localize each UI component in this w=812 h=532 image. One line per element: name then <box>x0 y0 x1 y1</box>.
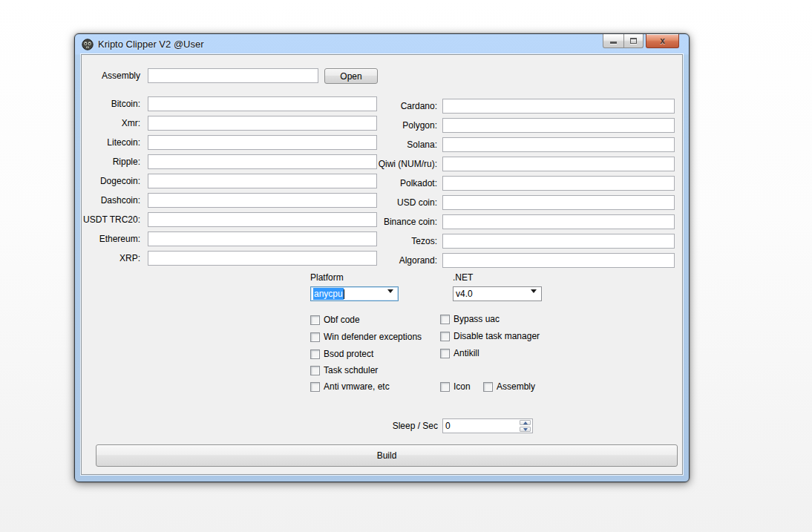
platform-selected-value: anycpu <box>313 288 344 300</box>
checkbox-assembly[interactable] <box>483 382 493 392</box>
spinner-down-button[interactable] <box>520 427 531 432</box>
sleep-label: Sleep / Sec <box>364 418 438 433</box>
dogecoin-label: Dogecoin: <box>82 174 140 188</box>
usd-coin-input[interactable] <box>442 195 675 210</box>
solana-label: Solana: <box>297 137 437 152</box>
algorand-label: Algorand: <box>297 253 437 268</box>
window-controls: x <box>603 34 679 48</box>
spinner-up-button[interactable] <box>520 420 531 425</box>
usd-coin-label: USD coin: <box>297 195 437 210</box>
text-caret <box>344 289 344 299</box>
ethereum-label: Ethereum: <box>82 231 140 246</box>
option-obf-code[interactable]: Obf code <box>310 315 360 325</box>
checkbox-anti-vmware[interactable] <box>310 382 320 392</box>
usdt-trc20-label: USDT TRC20: <box>82 212 140 227</box>
arrow-up-icon <box>523 421 528 424</box>
maximize-button[interactable] <box>623 34 644 48</box>
minimize-icon <box>610 42 617 44</box>
checkbox-win-defender-exceptions[interactable] <box>310 332 320 342</box>
maximize-icon <box>630 38 637 44</box>
solana-input[interactable] <box>442 137 675 152</box>
dropdown-arrow-icon <box>387 289 393 303</box>
dashcoin-label: Dashcoin: <box>82 193 140 208</box>
binance-coin-input[interactable] <box>442 214 675 229</box>
ripple-label: Ripple: <box>82 154 140 169</box>
build-button[interactable]: Build <box>96 444 678 467</box>
option-assembly[interactable]: Assembly <box>483 381 535 392</box>
option-task-schduler[interactable]: Task schduler <box>310 365 378 375</box>
algorand-input[interactable] <box>442 253 675 268</box>
checkbox-antikill[interactable] <box>440 349 450 358</box>
option-win-defender-exceptions[interactable]: Win defender exceptions <box>310 332 422 342</box>
option-bypass-uac[interactable]: Bypass uac <box>440 314 500 324</box>
checkbox-obf-code[interactable] <box>310 315 320 325</box>
dotnet-label: .NET <box>453 272 473 283</box>
platform-dropdown[interactable]: anycpu <box>310 286 399 301</box>
open-button[interactable]: Open <box>324 68 378 84</box>
xmr-label: Xmr: <box>82 116 140 131</box>
xrp-label: XRP: <box>82 251 140 266</box>
option-antikill[interactable]: Antikill <box>440 348 479 358</box>
titlebar[interactable]: Kripto Clipper V2 @User <box>75 34 689 54</box>
client-area: Assembly Open Bitcoin: Xmr: Litecoin: Ri… <box>81 54 683 475</box>
dotnet-dropdown[interactable]: v4.0 <box>453 286 542 301</box>
polygon-input[interactable] <box>442 118 675 133</box>
cardano-input[interactable] <box>442 99 675 114</box>
window-title: Kripto Clipper V2 @User <box>98 39 204 50</box>
checkbox-bsod-protect[interactable] <box>310 349 320 359</box>
checkbox-icon[interactable] <box>440 382 450 392</box>
tezos-input[interactable] <box>442 234 675 249</box>
checkbox-disable-task-manager[interactable] <box>440 332 450 341</box>
checkbox-bypass-uac[interactable] <box>440 315 450 324</box>
bitcoin-label: Bitcoin: <box>82 96 140 111</box>
option-disable-task-manager[interactable]: Disable task manager <box>440 331 540 341</box>
litecoin-label: Litecoin: <box>82 135 140 150</box>
close-button[interactable]: x <box>646 34 679 48</box>
polkadot-label: Polkadot: <box>297 176 437 191</box>
option-icon[interactable]: Icon <box>440 381 471 392</box>
assembly-input[interactable] <box>148 68 318 83</box>
platform-label: Platform <box>310 272 344 283</box>
option-bsod-protect[interactable]: Bsod protect <box>310 349 373 359</box>
app-window: Kripto Clipper V2 @User x Assembly Open … <box>74 33 690 482</box>
polygon-label: Polygon: <box>297 118 437 133</box>
skull-app-icon <box>82 39 94 50</box>
checkbox-task-schduler[interactable] <box>310 366 320 375</box>
option-anti-vmware[interactable]: Anti vmware, etc <box>310 381 390 392</box>
assembly-label: Assembly <box>82 68 140 83</box>
close-icon: x <box>660 36 665 46</box>
qiwi-label: Qiwi (NUM/ru): <box>297 157 437 171</box>
dotnet-selected-value: v4.0 <box>456 289 473 299</box>
binance-coin-label: Binance coin: <box>297 214 437 229</box>
minimize-button[interactable] <box>603 34 624 48</box>
polkadot-input[interactable] <box>442 176 675 191</box>
dropdown-arrow-icon <box>531 289 537 303</box>
cardano-label: Cardano: <box>297 99 437 114</box>
qiwi-input[interactable] <box>442 157 675 171</box>
sleep-spinner <box>442 418 533 433</box>
tezos-label: Tezos: <box>297 234 437 249</box>
arrow-down-icon <box>523 428 528 431</box>
